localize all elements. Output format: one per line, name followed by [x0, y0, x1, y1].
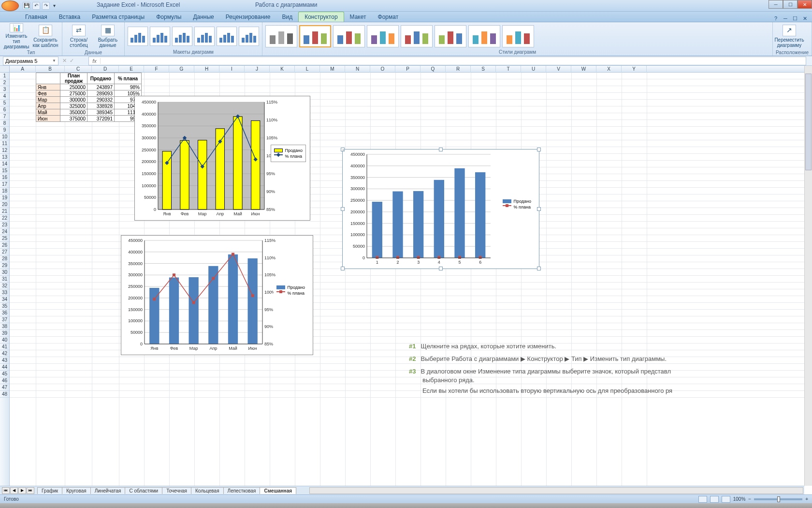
sheet-prev-button[interactable]: ◀ [10, 487, 18, 494]
row-header[interactable]: 7 [0, 113, 9, 120]
row-header[interactable]: 48 [0, 391, 9, 398]
column-header[interactable]: Q [420, 66, 446, 73]
row-header[interactable]: 3 [0, 86, 9, 93]
column-header[interactable]: S [471, 66, 496, 73]
sheet-tab[interactable]: Точечная [162, 487, 191, 494]
selection-handle[interactable] [341, 207, 345, 211]
chart-layout-option[interactable] [150, 27, 170, 46]
selection-handle[interactable] [537, 207, 541, 211]
row-header[interactable]: 17 [0, 181, 9, 188]
chevron-down-icon[interactable]: ▼ [52, 59, 56, 63]
tab-chart-format[interactable]: Формат [372, 12, 405, 22]
column-header[interactable]: J [245, 66, 270, 73]
enter-icon[interactable]: ✓ [70, 58, 74, 64]
selection-handle[interactable] [439, 148, 443, 151]
row-header[interactable]: 40 [0, 337, 9, 344]
row-header[interactable]: 38 [0, 323, 9, 330]
column-header[interactable]: N [345, 66, 370, 73]
row-header[interactable]: 12 [0, 147, 9, 154]
data-table[interactable]: План продажПродано% планаЯнв250000243897… [36, 73, 142, 122]
chart-yellow-combo[interactable]: 0500001000001500002000002500003000003500… [134, 96, 310, 221]
column-header[interactable]: T [496, 66, 521, 73]
chart-style-option[interactable] [401, 25, 433, 47]
tab-formulas[interactable]: Формулы [150, 12, 187, 22]
column-header[interactable]: O [370, 66, 395, 73]
close-workbook-icon[interactable]: ✕ [801, 15, 808, 22]
tab-review[interactable]: Рецензирование [220, 12, 276, 22]
formula-bar[interactable]: fx [88, 57, 806, 65]
selection-handle[interactable] [341, 148, 345, 151]
chart-layout-option[interactable] [194, 27, 215, 46]
tab-chart-design[interactable]: Конструктор [298, 12, 344, 22]
chart-style-option[interactable] [502, 25, 534, 47]
selection-handle[interactable] [439, 267, 443, 270]
column-header[interactable]: E [119, 66, 144, 73]
minimize-button[interactable]: ─ [768, 0, 783, 9]
cancel-icon[interactable]: ✕ [62, 58, 67, 64]
tab-chart-layout[interactable]: Макет [344, 12, 372, 22]
sheet-tab[interactable]: Кольцевая [191, 487, 224, 494]
row-headers[interactable]: 1234567891011121314151617181920212223242… [0, 73, 10, 486]
column-header[interactable]: L [295, 66, 320, 73]
column-header[interactable]: F [144, 66, 169, 73]
selection-handle[interactable] [537, 148, 541, 151]
chart-layout-option[interactable] [239, 27, 259, 46]
select-all-button[interactable] [0, 66, 10, 73]
row-header[interactable]: 11 [0, 140, 9, 147]
row-header[interactable]: 20 [0, 201, 9, 208]
chart-style-option[interactable] [333, 25, 365, 47]
column-headers[interactable]: ABCDEFGHIJKLMNOPQRSTUVWXY [10, 66, 804, 73]
row-header[interactable]: 1 [0, 73, 9, 79]
row-header[interactable]: 27 [0, 249, 9, 255]
column-header[interactable]: C [65, 66, 92, 73]
row-header[interactable]: 32 [0, 283, 9, 289]
chart-style-option[interactable] [468, 25, 500, 47]
chart-blue-combo[interactable]: 0500001000001500002000002500003000003500… [121, 235, 313, 355]
row-header[interactable]: 34 [0, 296, 9, 303]
column-header[interactable]: R [446, 66, 471, 73]
qat-dropdown-icon[interactable]: ▾ [52, 2, 57, 10]
row-header[interactable]: 39 [0, 330, 9, 337]
row-header[interactable]: 6 [0, 106, 9, 113]
chart-style-option[interactable] [435, 25, 466, 47]
restore-window-icon[interactable]: ☐ [792, 15, 798, 22]
maximize-button[interactable]: ☐ [783, 0, 798, 9]
view-layout-button[interactable] [710, 496, 719, 503]
tab-data[interactable]: Данные [187, 12, 219, 22]
column-header[interactable]: G [169, 66, 194, 73]
sheet-tab[interactable]: Линейчатая [90, 487, 126, 494]
tab-insert[interactable]: Вставка [53, 12, 87, 22]
save-as-template-button[interactable]: 📋Сохранить как шаблон [32, 23, 59, 49]
row-header[interactable]: 35 [0, 303, 9, 310]
sheet-last-button[interactable]: ⏭ [27, 487, 34, 494]
move-chart-button[interactable]: ↗Переместить диаграмму [776, 23, 803, 49]
column-header[interactable]: P [395, 66, 420, 73]
row-header[interactable]: 18 [0, 188, 9, 194]
row-header[interactable]: 29 [0, 262, 9, 269]
sheet-tab[interactable]: Смешанная [260, 487, 296, 494]
row-header[interactable]: 14 [0, 161, 9, 167]
sheet-first-button[interactable]: ⏮ [2, 487, 10, 494]
tab-page-layout[interactable]: Разметка страницы [86, 12, 150, 22]
row-header[interactable]: 10 [0, 134, 9, 140]
name-box[interactable]: Диаграмма 5▼ [3, 57, 58, 65]
chart-style-option[interactable] [299, 25, 331, 47]
chart-style-option[interactable] [367, 25, 399, 47]
switch-row-col-button[interactable]: ⇄Строка/столбец [65, 23, 92, 49]
row-header[interactable]: 44 [0, 364, 9, 371]
row-header[interactable]: 33 [0, 289, 9, 296]
row-header[interactable]: 31 [0, 276, 9, 283]
row-header[interactable]: 37 [0, 316, 9, 323]
undo-icon[interactable]: ↶ [32, 2, 40, 10]
row-header[interactable]: 26 [0, 242, 9, 249]
column-header[interactable]: X [596, 66, 622, 73]
sheet-tab[interactable]: Круговая [62, 487, 90, 494]
help-icon[interactable]: ? [772, 15, 779, 22]
row-header[interactable]: 13 [0, 154, 9, 161]
column-header[interactable]: I [219, 66, 245, 73]
fx-icon[interactable]: fx [89, 58, 101, 64]
select-data-button[interactable]: ▦Выбрать данные [94, 23, 121, 49]
row-header[interactable]: 5 [0, 100, 9, 106]
row-header[interactable]: 45 [0, 371, 9, 377]
row-header[interactable]: 43 [0, 357, 9, 364]
